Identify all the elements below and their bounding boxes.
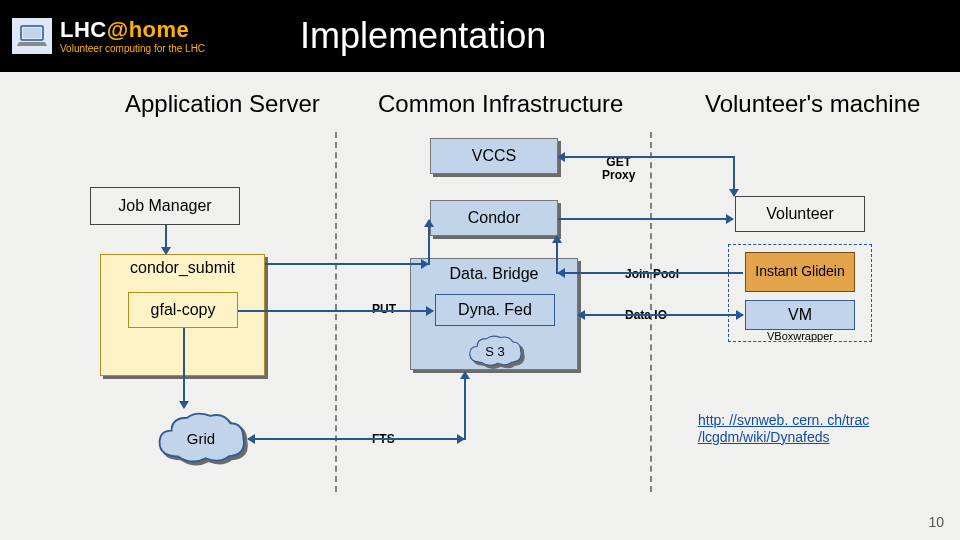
arrow-jobmgr-submit <box>165 225 167 254</box>
box-dyna-fed: Dyna. Fed <box>435 294 555 326</box>
arrow-get-proxy-v <box>733 156 735 196</box>
tagline: Volunteer computing for the LHC <box>60 43 205 54</box>
condor-submit-label: condor_submit <box>130 259 235 277</box>
vbox-wrapper-label: VBoxwrapper <box>735 330 865 342</box>
brand-text: LHC@home <box>60 18 205 42</box>
box-gfal-copy: gfal-copy <box>128 292 238 328</box>
label-put: PUT <box>372 302 396 316</box>
arrow-join-pool <box>558 272 743 274</box>
arrow-fts <box>248 438 464 440</box>
grid-label: Grid <box>155 410 247 466</box>
arrow-condor-volunteer <box>558 218 733 220</box>
box-vm: VM <box>745 300 855 330</box>
header-bar: LHC@home Volunteer computing for the LHC… <box>0 0 960 72</box>
dynafeds-link[interactable]: http: //svnweb. cern. ch/trac /lcgdm/wik… <box>698 412 869 446</box>
col-mid-label: Common Infrastructure <box>378 90 623 118</box>
box-condor: Condor <box>430 200 558 236</box>
instant-glidein-label: Instant Glidein <box>755 264 845 279</box>
arrow-fts-v <box>464 372 466 440</box>
box-volunteer: Volunteer <box>735 196 865 232</box>
arrow-put <box>238 310 433 312</box>
arrow-submit-condor-v <box>428 220 430 265</box>
s3-label: S 3 <box>467 332 523 370</box>
label-join-pool: Join Pool <box>625 267 679 281</box>
data-bridge-label: Data. Bridge <box>450 265 539 283</box>
page-number: 10 <box>928 514 944 530</box>
slide-title: Implementation <box>300 15 546 57</box>
box-instant-glidein: Instant Glidein <box>745 252 855 292</box>
col-left-label: Application Server <box>125 90 320 118</box>
box-job-manager: Job Manager <box>90 187 240 225</box>
box-vccs: VCCS <box>430 138 558 174</box>
col-right-label: Volunteer's machine <box>705 90 920 118</box>
arrow-join-pool-v <box>556 236 558 274</box>
label-get-proxy: GET Proxy <box>602 156 635 182</box>
arrow-gfal-grid <box>183 328 185 408</box>
arrow-data-io <box>578 314 743 316</box>
laptop-icon <box>12 18 52 54</box>
svg-rect-1 <box>23 28 41 38</box>
cloud-s3: S 3 <box>467 332 523 370</box>
diagram-canvas: Application Server Common Infrastructure… <box>0 72 960 500</box>
arrow-get-proxy <box>558 156 733 158</box>
cloud-grid: Grid <box>155 410 247 466</box>
logo: LHC@home Volunteer computing for the LHC <box>12 18 205 54</box>
arrow-submit-condor <box>265 263 428 265</box>
